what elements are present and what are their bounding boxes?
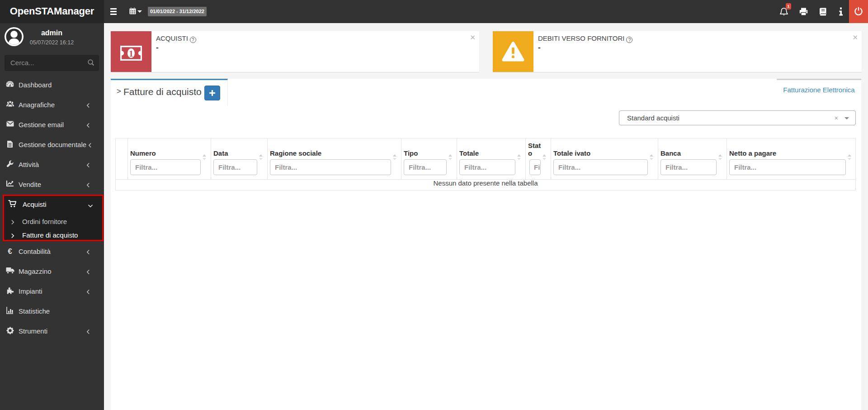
svg-text:1: 1 bbox=[129, 49, 133, 58]
